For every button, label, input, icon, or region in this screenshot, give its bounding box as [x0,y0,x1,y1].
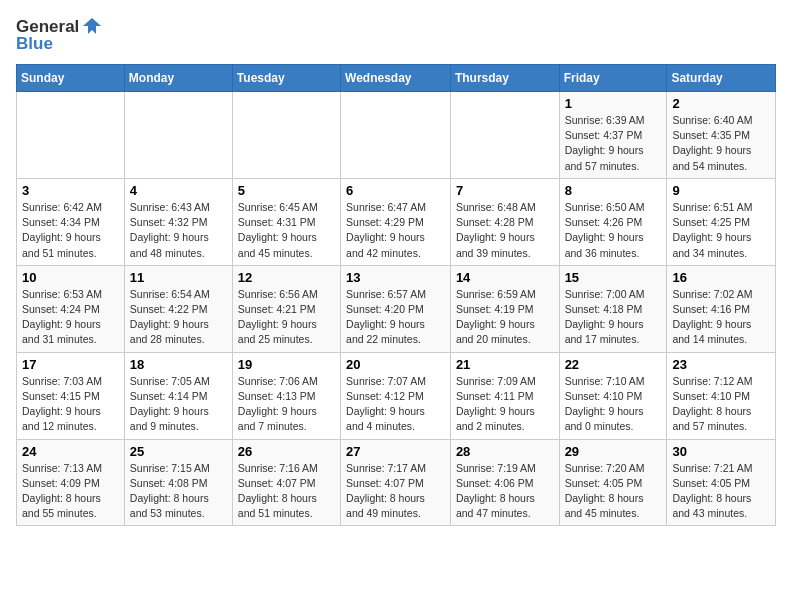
day-info: Sunrise: 7:13 AMSunset: 4:09 PMDaylight:… [22,461,119,522]
day-number: 8 [565,183,662,198]
calendar-table: SundayMondayTuesdayWednesdayThursdayFrid… [16,64,776,526]
day-info: Sunrise: 6:40 AMSunset: 4:35 PMDaylight:… [672,113,770,174]
day-number: 22 [565,357,662,372]
calendar-cell: 4Sunrise: 6:43 AMSunset: 4:32 PMDaylight… [124,178,232,265]
day-number: 17 [22,357,119,372]
day-info: Sunrise: 7:00 AMSunset: 4:18 PMDaylight:… [565,287,662,348]
weekday-header-saturday: Saturday [667,65,776,92]
day-number: 11 [130,270,227,285]
day-info: Sunrise: 6:47 AMSunset: 4:29 PMDaylight:… [346,200,445,261]
calendar-cell [232,92,340,179]
calendar-cell: 23Sunrise: 7:12 AMSunset: 4:10 PMDayligh… [667,352,776,439]
calendar-body: 1Sunrise: 6:39 AMSunset: 4:37 PMDaylight… [17,92,776,526]
day-info: Sunrise: 6:42 AMSunset: 4:34 PMDaylight:… [22,200,119,261]
day-number: 26 [238,444,335,459]
logo-blue-text: Blue [16,34,53,54]
calendar-week-row: 24Sunrise: 7:13 AMSunset: 4:09 PMDayligh… [17,439,776,526]
day-info: Sunrise: 7:07 AMSunset: 4:12 PMDaylight:… [346,374,445,435]
calendar-week-row: 1Sunrise: 6:39 AMSunset: 4:37 PMDaylight… [17,92,776,179]
calendar-cell: 8Sunrise: 6:50 AMSunset: 4:26 PMDaylight… [559,178,667,265]
calendar-cell: 1Sunrise: 6:39 AMSunset: 4:37 PMDaylight… [559,92,667,179]
weekday-header-thursday: Thursday [450,65,559,92]
calendar-header: SundayMondayTuesdayWednesdayThursdayFrid… [17,65,776,92]
logo-bird-icon [81,16,103,38]
calendar-cell: 30Sunrise: 7:21 AMSunset: 4:05 PMDayligh… [667,439,776,526]
day-number: 20 [346,357,445,372]
day-info: Sunrise: 6:59 AMSunset: 4:19 PMDaylight:… [456,287,554,348]
calendar-cell: 13Sunrise: 6:57 AMSunset: 4:20 PMDayligh… [341,265,451,352]
day-info: Sunrise: 7:12 AMSunset: 4:10 PMDaylight:… [672,374,770,435]
day-number: 3 [22,183,119,198]
calendar-cell: 27Sunrise: 7:17 AMSunset: 4:07 PMDayligh… [341,439,451,526]
day-info: Sunrise: 7:05 AMSunset: 4:14 PMDaylight:… [130,374,227,435]
day-number: 4 [130,183,227,198]
day-info: Sunrise: 7:10 AMSunset: 4:10 PMDaylight:… [565,374,662,435]
day-number: 19 [238,357,335,372]
logo: General Blue [16,16,103,54]
calendar-cell: 12Sunrise: 6:56 AMSunset: 4:21 PMDayligh… [232,265,340,352]
day-number: 5 [238,183,335,198]
calendar-cell: 22Sunrise: 7:10 AMSunset: 4:10 PMDayligh… [559,352,667,439]
calendar-cell: 9Sunrise: 6:51 AMSunset: 4:25 PMDaylight… [667,178,776,265]
calendar-cell [17,92,125,179]
day-info: Sunrise: 7:09 AMSunset: 4:11 PMDaylight:… [456,374,554,435]
weekday-header-friday: Friday [559,65,667,92]
day-number: 25 [130,444,227,459]
calendar-cell: 19Sunrise: 7:06 AMSunset: 4:13 PMDayligh… [232,352,340,439]
day-info: Sunrise: 6:48 AMSunset: 4:28 PMDaylight:… [456,200,554,261]
day-number: 15 [565,270,662,285]
day-number: 14 [456,270,554,285]
day-info: Sunrise: 7:03 AMSunset: 4:15 PMDaylight:… [22,374,119,435]
calendar-cell: 26Sunrise: 7:16 AMSunset: 4:07 PMDayligh… [232,439,340,526]
day-number: 23 [672,357,770,372]
day-number: 30 [672,444,770,459]
weekday-header-tuesday: Tuesday [232,65,340,92]
calendar-cell: 14Sunrise: 6:59 AMSunset: 4:19 PMDayligh… [450,265,559,352]
calendar-cell: 5Sunrise: 6:45 AMSunset: 4:31 PMDaylight… [232,178,340,265]
calendar-cell: 21Sunrise: 7:09 AMSunset: 4:11 PMDayligh… [450,352,559,439]
weekday-header-sunday: Sunday [17,65,125,92]
day-number: 9 [672,183,770,198]
day-info: Sunrise: 7:19 AMSunset: 4:06 PMDaylight:… [456,461,554,522]
calendar-cell: 25Sunrise: 7:15 AMSunset: 4:08 PMDayligh… [124,439,232,526]
day-info: Sunrise: 7:15 AMSunset: 4:08 PMDaylight:… [130,461,227,522]
weekday-header-wednesday: Wednesday [341,65,451,92]
day-number: 10 [22,270,119,285]
day-info: Sunrise: 6:45 AMSunset: 4:31 PMDaylight:… [238,200,335,261]
calendar-cell [341,92,451,179]
day-number: 29 [565,444,662,459]
calendar-cell: 15Sunrise: 7:00 AMSunset: 4:18 PMDayligh… [559,265,667,352]
calendar-cell: 17Sunrise: 7:03 AMSunset: 4:15 PMDayligh… [17,352,125,439]
day-info: Sunrise: 7:06 AMSunset: 4:13 PMDaylight:… [238,374,335,435]
day-number: 6 [346,183,445,198]
calendar-week-row: 10Sunrise: 6:53 AMSunset: 4:24 PMDayligh… [17,265,776,352]
day-number: 12 [238,270,335,285]
day-info: Sunrise: 7:02 AMSunset: 4:16 PMDaylight:… [672,287,770,348]
day-number: 13 [346,270,445,285]
day-number: 28 [456,444,554,459]
calendar-cell: 2Sunrise: 6:40 AMSunset: 4:35 PMDaylight… [667,92,776,179]
day-number: 7 [456,183,554,198]
day-info: Sunrise: 6:54 AMSunset: 4:22 PMDaylight:… [130,287,227,348]
day-info: Sunrise: 6:53 AMSunset: 4:24 PMDaylight:… [22,287,119,348]
calendar-cell: 3Sunrise: 6:42 AMSunset: 4:34 PMDaylight… [17,178,125,265]
calendar-cell: 24Sunrise: 7:13 AMSunset: 4:09 PMDayligh… [17,439,125,526]
calendar-cell: 7Sunrise: 6:48 AMSunset: 4:28 PMDaylight… [450,178,559,265]
day-number: 27 [346,444,445,459]
day-info: Sunrise: 6:51 AMSunset: 4:25 PMDaylight:… [672,200,770,261]
calendar-week-row: 17Sunrise: 7:03 AMSunset: 4:15 PMDayligh… [17,352,776,439]
day-number: 2 [672,96,770,111]
calendar-cell: 16Sunrise: 7:02 AMSunset: 4:16 PMDayligh… [667,265,776,352]
calendar-cell: 28Sunrise: 7:19 AMSunset: 4:06 PMDayligh… [450,439,559,526]
page-header: General Blue [16,16,776,54]
calendar-cell: 6Sunrise: 6:47 AMSunset: 4:29 PMDaylight… [341,178,451,265]
calendar-cell: 29Sunrise: 7:20 AMSunset: 4:05 PMDayligh… [559,439,667,526]
weekday-header-row: SundayMondayTuesdayWednesdayThursdayFrid… [17,65,776,92]
calendar-cell: 11Sunrise: 6:54 AMSunset: 4:22 PMDayligh… [124,265,232,352]
day-info: Sunrise: 6:43 AMSunset: 4:32 PMDaylight:… [130,200,227,261]
day-info: Sunrise: 7:16 AMSunset: 4:07 PMDaylight:… [238,461,335,522]
day-info: Sunrise: 6:50 AMSunset: 4:26 PMDaylight:… [565,200,662,261]
svg-marker-0 [83,18,101,34]
day-info: Sunrise: 6:39 AMSunset: 4:37 PMDaylight:… [565,113,662,174]
weekday-header-monday: Monday [124,65,232,92]
